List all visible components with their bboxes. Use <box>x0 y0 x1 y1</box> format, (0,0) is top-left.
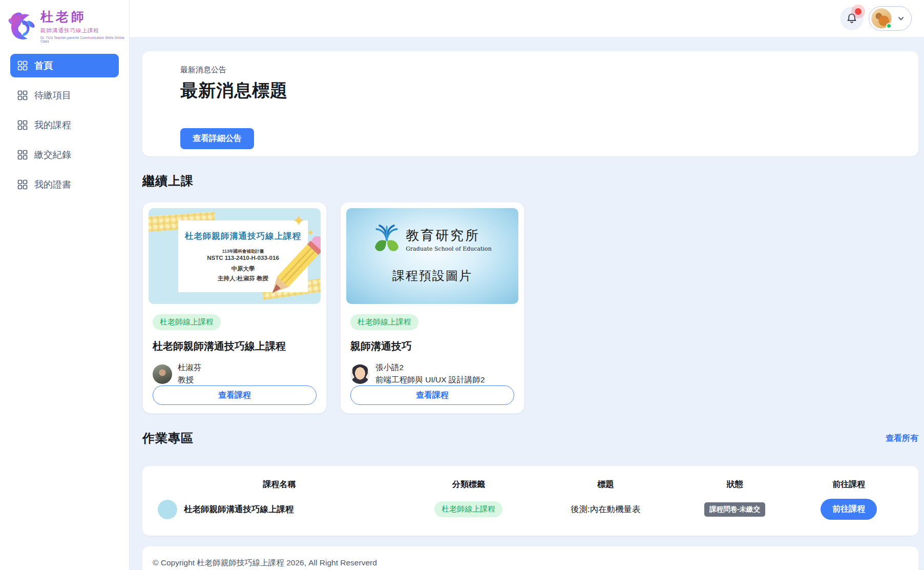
column-header: 課程名稱 <box>158 479 401 490</box>
instructor-avatar <box>350 364 370 384</box>
instructor-row: 杜淑芬 教授 <box>153 362 317 385</box>
brand-title: 杜老師 <box>40 8 125 25</box>
sidebar-item-my-courses[interactable]: 我的課程 <box>10 113 119 137</box>
main-content: 最新消息公告 最新消息標題 查看詳細公告 繼續上課 杜老師親師溝通技巧線上課程 … <box>130 37 924 570</box>
sidebar-item-home[interactable]: 首頁 <box>10 54 119 77</box>
category-badge: 杜老師線上課程 <box>350 314 418 330</box>
school-logo-row: 教育研究所 Graduate School of Education <box>373 225 491 254</box>
grid-icon <box>17 120 28 130</box>
sidebar-item-submission-records[interactable]: 繳交紀錄 <box>10 143 119 167</box>
brand-text: 杜老師 親師溝通技巧線上課程 Dr. TU's Teacher-parents … <box>40 8 125 43</box>
column-header: 狀態 <box>675 479 795 490</box>
sidebar-item-label: 待繳項目 <box>34 89 71 101</box>
profile-menu-button[interactable] <box>869 6 912 31</box>
main-column: 最新消息公告 最新消息標題 查看詳細公告 繼續上課 杜老師親師溝通技巧線上課程 … <box>130 0 924 570</box>
homework-section-heading: 作業專區 <box>142 430 194 446</box>
school-tree-icon <box>373 225 401 254</box>
grid-icon <box>17 150 28 160</box>
course-card-body: 杜老師線上課程 親師溝通技巧 張小語2 前端工程師與 UI/UX 設計講師2 查… <box>346 304 518 408</box>
cell-title: 後測:內在動機量表 <box>536 504 675 515</box>
cell-course-name: 杜老師親師溝通技巧線上課程 <box>158 500 401 519</box>
instructor-info: 杜淑芬 教授 <box>178 362 202 385</box>
sidebar-item-label: 首頁 <box>34 59 53 72</box>
footer: © Copyright 杜老師親師技巧線上課程 2026, All Right … <box>142 546 918 570</box>
course-cover-image: 教育研究所 Graduate School of Education 課程預設圖… <box>346 208 518 304</box>
default-image-caption: 課程預設圖片 <box>392 268 472 284</box>
sidebar-item-label: 我的課程 <box>34 119 71 131</box>
sidebar-menu: 首頁 待繳項目 我的課程 繳交紀錄 我的證書 <box>0 54 129 196</box>
course-card-body: 杜老師線上課程 杜老師親師溝通技巧線上課程 杜淑芬 教授 查看課程 <box>149 304 321 408</box>
online-status-dot <box>886 23 892 29</box>
instructor-row: 張小語2 前端工程師與 UI/UX 設計講師2 <box>350 362 514 385</box>
grid-icon <box>17 179 28 190</box>
notifications-button[interactable] <box>840 7 864 30</box>
column-header: 標題 <box>536 479 675 490</box>
cell-category: 杜老師線上課程 <box>401 501 536 517</box>
cell-action: 前往課程 <box>794 499 903 520</box>
category-badge: 杜老師線上課程 <box>153 314 221 330</box>
announcement-title: 最新消息標題 <box>180 79 880 103</box>
table-header-row: 課程名稱 分類標籤 標題 狀態 前往課程 <box>158 479 903 490</box>
notification-badge <box>855 8 862 15</box>
view-all-link[interactable]: 查看所有 <box>886 433 918 444</box>
app-root: 杜老師 親師溝通技巧線上課程 Dr. TU's Teacher-parents … <box>0 0 924 570</box>
course-title: 親師溝通技巧 <box>350 339 514 353</box>
instructor-name: 杜淑芬 <box>178 362 202 373</box>
instructor-role: 前端工程師與 UI/UX 設計講師2 <box>375 375 485 385</box>
user-avatar <box>871 8 892 29</box>
pencil-icon <box>251 236 321 304</box>
instructor-name: 張小語2 <box>375 362 485 373</box>
announcement-eyebrow: 最新消息公告 <box>180 65 880 75</box>
instructor-info: 張小語2 前端工程師與 UI/UX 設計講師2 <box>375 362 485 385</box>
course-card: 教育研究所 Graduate School of Education 課程預設圖… <box>340 202 524 414</box>
homework-section-header: 作業專區 查看所有 <box>142 430 918 446</box>
course-card: 杜老師親師溝通技巧線上課程 113年國科會補助計畫 NSTC 113-2410-… <box>142 202 327 414</box>
continue-section-heading: 繼續上課 <box>142 173 918 189</box>
course-thumbnail <box>158 500 177 519</box>
school-name: 教育研究所 <box>406 227 491 245</box>
grid-icon <box>17 60 28 71</box>
sidebar-item-label: 繳交紀錄 <box>34 149 71 161</box>
brand-flower-icon <box>8 9 37 43</box>
view-course-button[interactable]: 查看課程 <box>350 385 514 405</box>
course-cover-image: 杜老師親師溝通技巧線上課程 113年國科會補助計畫 NSTC 113-2410-… <box>149 208 321 304</box>
grid-icon <box>17 90 28 100</box>
course-card-list: 杜老師親師溝通技巧線上課程 113年國科會補助計畫 NSTC 113-2410-… <box>142 202 918 414</box>
sparkle-icon: ✦ <box>292 213 305 229</box>
category-badge: 杜老師線上課程 <box>434 501 502 517</box>
sidebar-item-my-certificates[interactable]: 我的證書 <box>10 173 119 196</box>
brand-subtitle: 親師溝通技巧線上課程 <box>40 27 125 34</box>
column-header: 前往課程 <box>794 479 903 490</box>
cell-status: 課程問卷-未繳交 <box>675 502 795 517</box>
announcement-card: 最新消息公告 最新消息標題 查看詳細公告 <box>142 51 918 156</box>
instructor-role: 教授 <box>178 375 202 385</box>
school-name-english: Graduate School of Education <box>406 246 491 252</box>
course-title: 杜老師親師溝通技巧線上課程 <box>153 339 317 353</box>
homework-table: 課程名稱 分類標籤 標題 狀態 前往課程 杜老師親師溝通技巧線上課程 杜老師線上… <box>142 466 918 536</box>
instructor-avatar <box>153 364 172 384</box>
course-name-text: 杜老師親師溝通技巧線上課程 <box>184 504 294 515</box>
brand-tagline: Dr. TU's Teacher-parents Communication S… <box>40 36 125 43</box>
copyright-text: © Copyright 杜老師親師技巧線上課程 2026, All Right … <box>153 558 908 568</box>
table-row: 杜老師親師溝通技巧線上課程 杜老師線上課程 後測:內在動機量表 課程問卷-未繳交… <box>158 499 903 520</box>
view-announcement-button[interactable]: 查看詳細公告 <box>180 128 254 149</box>
view-course-button[interactable]: 查看課程 <box>153 385 317 405</box>
sidebar: 杜老師 親師溝通技巧線上課程 Dr. TU's Teacher-parents … <box>0 0 130 570</box>
sidebar-item-label: 我的證書 <box>34 178 71 191</box>
go-to-course-button[interactable]: 前往課程 <box>821 499 877 520</box>
sidebar-item-pending-payments[interactable]: 待繳項目 <box>10 84 119 107</box>
topbar <box>130 0 924 37</box>
school-logo-text: 教育研究所 Graduate School of Education <box>406 227 491 252</box>
column-header: 分類標籤 <box>401 479 536 490</box>
brand-logo[interactable]: 杜老師 親師溝通技巧線上課程 Dr. TU's Teacher-parents … <box>0 0 129 43</box>
chevron-down-icon <box>896 13 906 24</box>
status-badge: 課程問卷-未繳交 <box>704 502 765 517</box>
